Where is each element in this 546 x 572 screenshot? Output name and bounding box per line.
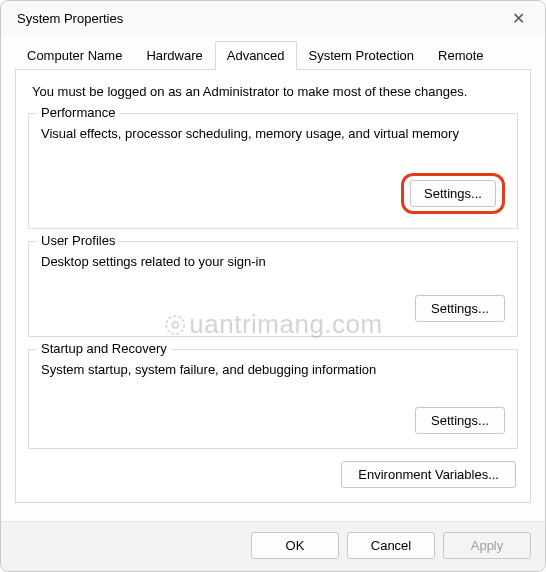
startup-group: Startup and Recovery System startup, sys…	[28, 349, 518, 449]
bottom-button-bar: OK Cancel Apply	[1, 521, 545, 571]
highlight-ring: Settings...	[401, 173, 505, 214]
tab-advanced[interactable]: Advanced	[215, 41, 297, 70]
startup-desc: System startup, system failure, and debu…	[41, 362, 505, 377]
ok-button[interactable]: OK	[251, 532, 339, 559]
tab-system-protection[interactable]: System Protection	[297, 41, 427, 70]
performance-settings-button[interactable]: Settings...	[410, 180, 496, 207]
window-title: System Properties	[17, 11, 123, 26]
user-profiles-group: User Profiles Desktop settings related t…	[28, 241, 518, 337]
startup-legend: Startup and Recovery	[37, 341, 171, 356]
performance-desc: Visual effects, processor scheduling, me…	[41, 126, 505, 141]
close-icon[interactable]: ✕	[506, 9, 531, 28]
titlebar: System Properties ✕	[1, 1, 545, 34]
tab-computer-name[interactable]: Computer Name	[15, 41, 134, 70]
startup-settings-button[interactable]: Settings...	[415, 407, 505, 434]
apply-button[interactable]: Apply	[443, 532, 531, 559]
tab-strip: Computer Name Hardware Advanced System P…	[15, 40, 531, 70]
tab-remote[interactable]: Remote	[426, 41, 496, 70]
user-profiles-desc: Desktop settings related to your sign-in	[41, 254, 505, 269]
performance-legend: Performance	[37, 105, 119, 120]
content-area: Computer Name Hardware Advanced System P…	[1, 34, 545, 503]
advanced-panel: You must be logged on as an Administrato…	[15, 70, 531, 503]
user-profiles-settings-button[interactable]: Settings...	[415, 295, 505, 322]
tab-hardware[interactable]: Hardware	[134, 41, 214, 70]
performance-group: Performance Visual effects, processor sc…	[28, 113, 518, 229]
intro-text: You must be logged on as an Administrato…	[28, 84, 518, 99]
user-profiles-legend: User Profiles	[37, 233, 119, 248]
cancel-button[interactable]: Cancel	[347, 532, 435, 559]
environment-variables-button[interactable]: Environment Variables...	[341, 461, 516, 488]
